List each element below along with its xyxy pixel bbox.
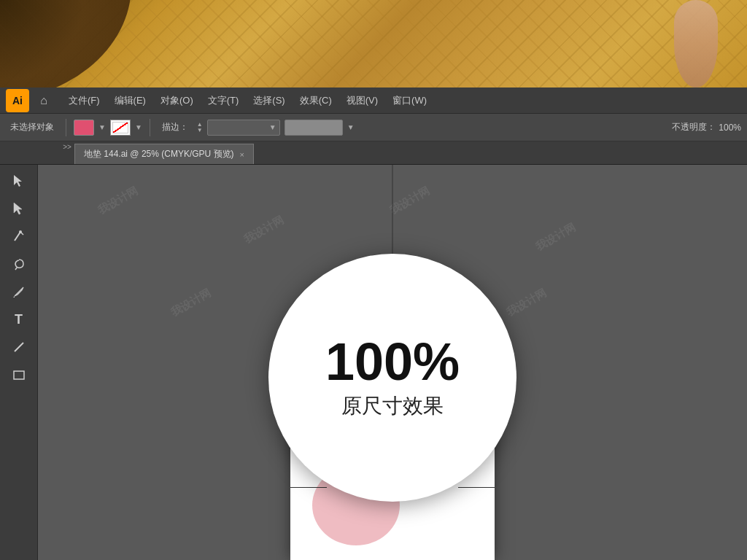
watermark-1: 我设计网 (96, 184, 140, 217)
stroke-label: 描边： (158, 121, 193, 133)
color-block[interactable] (285, 120, 343, 136)
stroke-down-arrow[interactable]: ▼ (197, 128, 203, 133)
menu-edit[interactable]: 编辑(E) (107, 91, 153, 110)
h-line-left (290, 487, 327, 488)
pen-icon (12, 284, 26, 299)
selection-tool[interactable] (6, 168, 32, 194)
svg-line-0 (15, 232, 20, 241)
stroke-select-arrow[interactable]: ▼ (269, 123, 276, 131)
h-line-right (458, 487, 495, 488)
stroke-spinner[interactable]: ▲ ▼ (197, 120, 203, 136)
svg-line-3 (15, 343, 23, 351)
watermark-5: 我设计网 (169, 286, 213, 319)
tab-close-button[interactable]: × (240, 150, 244, 159)
fill-color-swatch[interactable] (74, 120, 94, 136)
watermark-4: 我设计网 (533, 220, 578, 254)
rectangle-icon (12, 368, 26, 382)
tools-expand[interactable]: >> (60, 141, 74, 152)
lasso-tool[interactable] (6, 251, 32, 277)
stroke-dropdown[interactable]: ▼ (207, 120, 280, 136)
svg-rect-4 (14, 371, 24, 379)
zoom-percent-text: 100% (325, 335, 460, 388)
fill-dropdown-arrow[interactable]: ▼ (98, 123, 106, 131)
selection-icon (12, 174, 26, 188)
opacity-value: 100% (719, 122, 741, 133)
lasso-icon (12, 257, 26, 271)
stroke-box[interactable] (110, 120, 131, 136)
type-tool[interactable]: T (6, 306, 32, 332)
separator-2 (150, 119, 150, 136)
top-image-area (0, 0, 747, 88)
tab-bar: >> 地垫 144.ai @ 25% (CMYK/GPU 预览) × (0, 141, 747, 165)
ai-logo: Ai (6, 89, 29, 112)
menu-file[interactable]: 文件(F) (61, 91, 107, 110)
watermark-3: 我设计网 (387, 184, 432, 217)
menu-text[interactable]: 文字(T) (201, 91, 247, 110)
zoom-overlay-circle: 100% 原尺寸效果 (268, 254, 516, 502)
canvas-area: 我设计网 我设计网 我设计网 我设计网 我设计网 我设计网 我设计网 100% … (38, 165, 747, 560)
no-selection-label: 未选择对象 (6, 121, 58, 133)
line-tool[interactable] (6, 334, 32, 360)
home-button[interactable]: ⌂ (32, 89, 55, 112)
opacity-section: 不透明度： 100% (672, 121, 741, 133)
main-area: T 我设计网 我设计网 我设计网 我设计网 我设计网 我设计网 我设计网 (0, 165, 747, 560)
menu-object[interactable]: 对象(O) (153, 91, 201, 110)
stroke-dropdown-arrow[interactable]: ▼ (135, 123, 142, 131)
rectangle-tool[interactable] (6, 362, 32, 388)
leg-decoration (674, 0, 718, 88)
magic-wand-icon (12, 229, 26, 244)
type-icon: T (15, 312, 23, 327)
magic-wand-tool[interactable] (6, 223, 32, 249)
direct-selection-tool[interactable] (6, 195, 32, 222)
separator-1 (66, 119, 66, 136)
direct-selection-icon (12, 201, 26, 216)
tab-title: 地垫 144.ai @ 25% (CMYK/GPU 预览) (84, 148, 234, 160)
svg-point-2 (19, 230, 22, 233)
menu-view[interactable]: 视图(V) (339, 91, 385, 110)
color-block-arrow[interactable]: ▼ (347, 123, 355, 131)
line-icon (12, 340, 26, 354)
watermark-2: 我设计网 (241, 213, 286, 246)
menubar: Ai ⌂ 文件(F) 编辑(E) 对象(O) 文字(T) 选择(S) 效果(C)… (0, 88, 747, 114)
toolbar: 未选择对象 ▼ ▼ 描边： ▲ ▼ ▼ ▼ 不透明度： 100% (0, 114, 747, 141)
document-tab[interactable]: 地垫 144.ai @ 25% (CMYK/GPU 预览) × (74, 144, 254, 164)
watermark-7: 我设计网 (504, 286, 549, 319)
menu-effect[interactable]: 效果(C) (293, 91, 339, 110)
menu-window[interactable]: 窗口(W) (385, 91, 434, 110)
pen-tool[interactable] (6, 279, 32, 305)
zoom-label-text: 原尺寸效果 (341, 392, 444, 420)
menu-select[interactable]: 选择(S) (246, 91, 292, 110)
opacity-label: 不透明度： (672, 121, 716, 133)
tools-panel: T (0, 165, 38, 560)
